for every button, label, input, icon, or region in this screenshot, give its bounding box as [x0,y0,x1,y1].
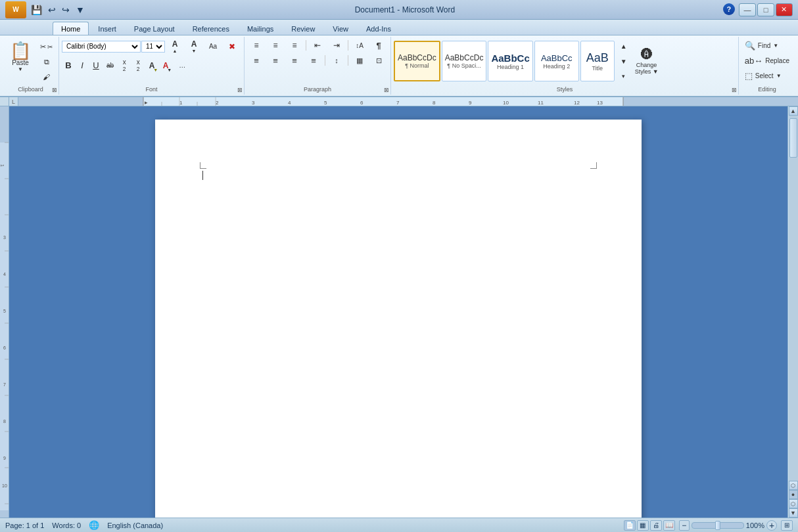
align-center-button[interactable]: ≡ [266,53,285,68]
change-case-button[interactable]: Aa [204,39,222,54]
undo-button[interactable]: ↩ [46,4,58,16]
scroll-next-page[interactable]: ⬡ [789,499,798,508]
document-scroll-area[interactable] [9,106,787,518]
superscript-button[interactable]: x2 [131,56,145,74]
style-title[interactable]: AaB Title [580,41,615,81]
minimize-button[interactable]: — [739,3,756,16]
paste-button[interactable]: 📋 Paste ▼ [5,38,35,76]
styles-scroll-down[interactable]: ▼ [617,54,630,68]
tab-mailings[interactable]: Mailings [239,22,282,35]
save-button[interactable]: 💾 [29,4,44,16]
text-highlight-button[interactable]: A ▼ [145,58,158,73]
scroll-track[interactable] [789,116,798,481]
shrink-font-button[interactable]: A▼ [185,38,203,55]
font-color-button[interactable]: A ▼ [159,58,172,73]
align-right-button[interactable]: ≡ [285,53,304,68]
replace-button[interactable]: ab↔ Replace [741,53,793,68]
scroll-thumb[interactable] [789,118,797,158]
style-no-spacing[interactable]: AaBbCcDc ¶ No Spaci... [442,41,487,81]
outline-view-button[interactable]: 📖 [663,520,675,531]
styles-scroll-up[interactable]: ▲ [617,39,630,53]
styles-expand[interactable]: ⊠ [732,87,737,93]
style-title-label: Title [592,65,603,72]
tab-references[interactable]: References [184,22,238,35]
redo-button[interactable]: ↪ [60,4,72,16]
zoom-in-button[interactable]: + [766,520,777,531]
show-hide-button[interactable]: ¶ [369,38,388,53]
svg-text:4: 4 [288,100,291,106]
italic-button[interactable]: I [76,58,89,73]
document-page[interactable] [155,120,642,518]
zoom-slider[interactable] [692,522,744,529]
decrease-indent-button[interactable]: ⇤ [308,38,327,53]
numbering-button[interactable]: ≡ [266,38,285,53]
svg-rect-1 [0,106,9,143]
bullets-button[interactable]: ≡ [247,38,266,53]
maximize-button[interactable]: □ [757,3,774,16]
svg-text:3: 3 [3,235,6,240]
shading-button[interactable]: ▦ [350,53,369,68]
vertical-scrollbar: ▲ ⬡ ● ⬡ ▼ [787,106,798,518]
font-group: Calibri (Body) 11 A▲ A▼ Aa ✖ B I U ab x2… [59,37,245,95]
clear-formatting-button[interactable]: ✖ [223,39,241,54]
language-icon: 🌐 [89,520,99,530]
replace-label: Replace [765,57,789,64]
tab-view[interactable]: View [324,22,357,35]
scroll-up-button[interactable]: ▲ [789,106,798,116]
clipboard-expand[interactable]: ⊠ [52,87,57,93]
ribbon-tabs: Home Insert Page Layout References Maili… [0,20,798,35]
style-heading1[interactable]: AaBbCc Heading 1 [488,41,532,81]
editing-group: 🔍 Find ▼ ab↔ Replace ⬚ Select ▼ Editing [739,37,795,95]
tab-insert[interactable]: Insert [89,22,125,35]
zoom-percent-button[interactable]: ⊞ [781,520,793,531]
grow-font-button[interactable]: A▲ [166,38,184,55]
ruler-corner[interactable]: L [9,97,18,106]
copy-button[interactable]: ⧉ [37,55,56,69]
print-layout-button[interactable]: 📄 [624,520,636,531]
full-screen-button[interactable]: ▦ [637,520,649,531]
strikethrough-button[interactable]: ab [103,58,117,73]
more-font-button[interactable]: … [173,58,191,73]
multilevel-button[interactable]: ≡ [285,38,304,53]
line-spacing-button[interactable]: ↕ [327,53,346,68]
bold-button[interactable]: B [62,58,75,73]
borders-button[interactable]: ⊡ [369,53,388,68]
styles-more[interactable]: ▾ [617,69,630,83]
close-button[interactable]: ✕ [776,3,793,16]
tab-home[interactable]: Home [53,22,89,35]
scroll-down-button[interactable]: ▼ [789,508,798,518]
find-button[interactable]: 🔍 Find ▼ [741,38,793,53]
tab-review[interactable]: Review [283,22,323,35]
svg-text:1: 1 [179,100,183,106]
tab-page-layout[interactable]: Page Layout [126,22,183,35]
cut-button[interactable]: ✂ ✂ [37,39,56,54]
select-button[interactable]: ⬚ Select ▼ [741,68,793,83]
office-button[interactable]: W [5,1,26,18]
justify-button[interactable]: ≡ [304,53,323,68]
help-button[interactable]: ? [723,3,735,15]
tab-add-ins[interactable]: Add-Ins [358,22,400,35]
scroll-prev-page[interactable]: ⬡ [789,481,798,490]
web-layout-button[interactable]: 🖨 [650,520,662,531]
underline-button[interactable]: U [89,58,103,73]
style-heading2[interactable]: AaBbCc Heading 2 [534,41,579,81]
svg-text:12: 12 [574,100,580,106]
style-normal[interactable]: AaBbCcDc ¶ Normal [394,41,440,81]
font-size-select[interactable]: 11 [141,41,165,53]
font-name-select[interactable]: Calibri (Body) [62,41,141,53]
font-expand[interactable]: ⊠ [237,87,243,93]
zoom-out-button[interactable]: − [679,520,690,531]
sort-button[interactable]: ↕A [350,38,369,53]
align-left-button[interactable]: ≡ [247,53,266,68]
page-info: Page: 1 of 1 [5,521,44,529]
title-bar: W 💾 ↩ ↪ ▼ Document1 - Microsoft Word ? —… [0,0,798,20]
scroll-select-browse[interactable]: ● [789,490,798,499]
format-painter-button[interactable]: 🖌 [37,70,56,84]
subscript-button[interactable]: x2 [118,56,131,74]
select-label: Select [755,72,774,79]
font-label: Font [59,86,244,93]
change-styles-button[interactable]: 🅐 ChangeStyles ▼ [632,42,662,80]
qat-dropdown[interactable]: ▼ [74,4,87,16]
increase-indent-button[interactable]: ⇥ [327,38,346,53]
paragraph-expand[interactable]: ⊠ [384,87,389,93]
